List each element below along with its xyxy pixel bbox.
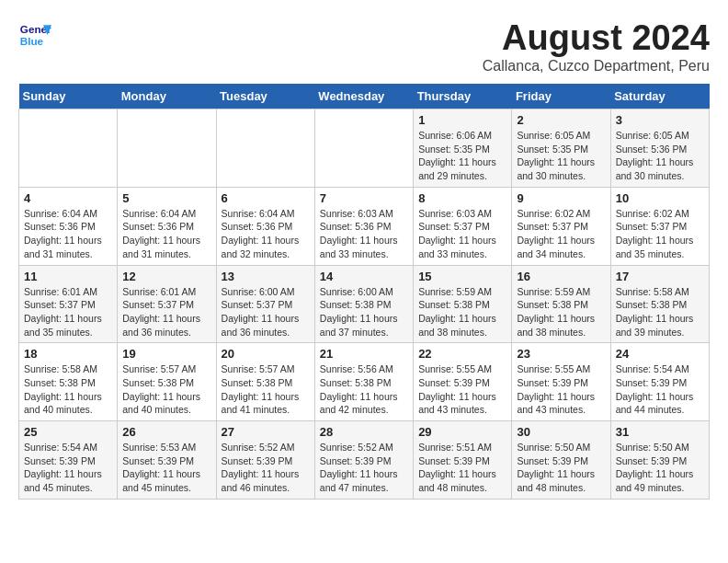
day-info: Sunrise: 5:50 AM Sunset: 5:39 PM Dayligh… <box>616 441 704 495</box>
calendar-cell: 18Sunrise: 5:58 AM Sunset: 5:38 PM Dayli… <box>19 343 118 421</box>
calendar-cell: 31Sunrise: 5:50 AM Sunset: 5:39 PM Dayli… <box>610 421 709 500</box>
week-row-1: 1Sunrise: 6:06 AM Sunset: 5:35 PM Daylig… <box>19 109 710 188</box>
week-row-4: 18Sunrise: 5:58 AM Sunset: 5:38 PM Dayli… <box>19 343 710 421</box>
main-title: August 2024 <box>483 18 710 58</box>
day-number: 6 <box>222 191 310 205</box>
calendar-cell: 4Sunrise: 6:04 AM Sunset: 5:36 PM Daylig… <box>19 187 118 265</box>
calendar-cell: 6Sunrise: 6:04 AM Sunset: 5:36 PM Daylig… <box>216 187 314 265</box>
calendar-cell: 15Sunrise: 5:59 AM Sunset: 5:38 PM Dayli… <box>414 265 512 343</box>
calendar-cell: 2Sunrise: 6:05 AM Sunset: 5:35 PM Daylig… <box>512 109 610 188</box>
day-info: Sunrise: 5:55 AM Sunset: 5:39 PM Dayligh… <box>418 362 506 417</box>
day-number: 18 <box>24 347 112 361</box>
day-number: 8 <box>418 191 506 205</box>
day-info: Sunrise: 6:03 AM Sunset: 5:36 PM Dayligh… <box>320 207 408 261</box>
calendar-cell: 10Sunrise: 6:02 AM Sunset: 5:37 PM Dayli… <box>610 187 709 265</box>
day-info: Sunrise: 6:02 AM Sunset: 5:37 PM Dayligh… <box>517 207 605 261</box>
day-number: 25 <box>24 425 112 439</box>
day-info: Sunrise: 5:59 AM Sunset: 5:38 PM Dayligh… <box>517 285 605 339</box>
header-day-monday: Monday <box>118 84 216 109</box>
day-number: 13 <box>222 270 310 283</box>
day-number: 1 <box>418 113 506 127</box>
calendar-cell: 30Sunrise: 5:50 AM Sunset: 5:39 PM Dayli… <box>512 421 610 500</box>
day-info: Sunrise: 6:04 AM Sunset: 5:36 PM Dayligh… <box>222 207 310 261</box>
day-info: Sunrise: 5:52 AM Sunset: 5:39 PM Dayligh… <box>320 441 408 495</box>
calendar-cell: 12Sunrise: 6:01 AM Sunset: 5:37 PM Dayli… <box>118 265 216 343</box>
week-row-3: 11Sunrise: 6:01 AM Sunset: 5:37 PM Dayli… <box>19 265 710 343</box>
header-day-tuesday: Tuesday <box>216 84 314 109</box>
svg-text:Blue: Blue <box>20 35 44 47</box>
day-info: Sunrise: 6:00 AM Sunset: 5:37 PM Dayligh… <box>222 285 310 339</box>
day-info: Sunrise: 5:53 AM Sunset: 5:39 PM Dayligh… <box>122 441 210 495</box>
header: General Blue August 2024 Callanca, Cuzco… <box>18 18 710 75</box>
calendar-cell <box>216 109 314 188</box>
calendar-cell: 24Sunrise: 5:54 AM Sunset: 5:39 PM Dayli… <box>610 343 709 421</box>
day-info: Sunrise: 5:59 AM Sunset: 5:38 PM Dayligh… <box>418 285 506 339</box>
calendar-cell: 21Sunrise: 5:56 AM Sunset: 5:38 PM Dayli… <box>314 343 413 421</box>
day-info: Sunrise: 5:58 AM Sunset: 5:38 PM Dayligh… <box>616 285 704 339</box>
day-number: 12 <box>122 270 210 283</box>
day-info: Sunrise: 5:56 AM Sunset: 5:38 PM Dayligh… <box>320 362 408 417</box>
day-info: Sunrise: 5:52 AM Sunset: 5:39 PM Dayligh… <box>222 441 310 495</box>
calendar-header-row: SundayMondayTuesdayWednesdayThursdayFrid… <box>19 84 710 109</box>
day-info: Sunrise: 6:01 AM Sunset: 5:37 PM Dayligh… <box>24 285 112 339</box>
calendar-cell: 17Sunrise: 5:58 AM Sunset: 5:38 PM Dayli… <box>610 265 709 343</box>
day-info: Sunrise: 6:05 AM Sunset: 5:35 PM Dayligh… <box>517 129 605 183</box>
day-number: 22 <box>418 347 506 361</box>
week-row-5: 25Sunrise: 5:54 AM Sunset: 5:39 PM Dayli… <box>19 421 710 500</box>
day-number: 21 <box>320 347 408 361</box>
day-number: 17 <box>616 270 704 283</box>
subtitle: Callanca, Cuzco Department, Peru <box>483 58 710 75</box>
day-info: Sunrise: 5:50 AM Sunset: 5:39 PM Dayligh… <box>517 441 605 495</box>
day-number: 7 <box>320 191 408 205</box>
day-number: 4 <box>24 191 112 205</box>
day-info: Sunrise: 6:03 AM Sunset: 5:37 PM Dayligh… <box>418 207 506 261</box>
day-info: Sunrise: 6:01 AM Sunset: 5:37 PM Dayligh… <box>122 285 210 339</box>
calendar-cell: 8Sunrise: 6:03 AM Sunset: 5:37 PM Daylig… <box>414 187 512 265</box>
day-number: 26 <box>122 425 210 439</box>
calendar-cell: 14Sunrise: 6:00 AM Sunset: 5:38 PM Dayli… <box>314 265 413 343</box>
day-number: 14 <box>320 270 408 283</box>
day-number: 9 <box>517 191 605 205</box>
day-info: Sunrise: 6:06 AM Sunset: 5:35 PM Dayligh… <box>418 129 506 183</box>
day-info: Sunrise: 5:54 AM Sunset: 5:39 PM Dayligh… <box>616 362 704 417</box>
day-info: Sunrise: 6:00 AM Sunset: 5:38 PM Dayligh… <box>320 285 408 339</box>
calendar-cell <box>118 109 216 188</box>
day-info: Sunrise: 6:02 AM Sunset: 5:37 PM Dayligh… <box>616 207 704 261</box>
day-number: 3 <box>616 113 704 127</box>
day-info: Sunrise: 5:54 AM Sunset: 5:39 PM Dayligh… <box>24 441 112 495</box>
day-info: Sunrise: 5:51 AM Sunset: 5:39 PM Dayligh… <box>418 441 506 495</box>
day-info: Sunrise: 5:55 AM Sunset: 5:39 PM Dayligh… <box>517 362 605 417</box>
day-info: Sunrise: 6:04 AM Sunset: 5:36 PM Dayligh… <box>122 207 210 261</box>
day-info: Sunrise: 5:57 AM Sunset: 5:38 PM Dayligh… <box>122 362 210 417</box>
logo-icon: General Blue <box>18 18 51 52</box>
header-day-sunday: Sunday <box>19 84 118 109</box>
day-number: 15 <box>418 270 506 283</box>
day-number: 30 <box>517 425 605 439</box>
day-number: 31 <box>616 425 704 439</box>
header-day-wednesday: Wednesday <box>314 84 413 109</box>
day-number: 20 <box>222 347 310 361</box>
day-number: 19 <box>122 347 210 361</box>
calendar-cell <box>19 109 118 188</box>
day-number: 27 <box>222 425 310 439</box>
calendar-cell: 1Sunrise: 6:06 AM Sunset: 5:35 PM Daylig… <box>414 109 512 188</box>
day-number: 29 <box>418 425 506 439</box>
week-row-2: 4Sunrise: 6:04 AM Sunset: 5:36 PM Daylig… <box>19 187 710 265</box>
day-info: Sunrise: 5:58 AM Sunset: 5:38 PM Dayligh… <box>24 362 112 417</box>
calendar-cell: 23Sunrise: 5:55 AM Sunset: 5:39 PM Dayli… <box>512 343 610 421</box>
day-number: 23 <box>517 347 605 361</box>
calendar-cell: 5Sunrise: 6:04 AM Sunset: 5:36 PM Daylig… <box>118 187 216 265</box>
calendar-cell: 19Sunrise: 5:57 AM Sunset: 5:38 PM Dayli… <box>118 343 216 421</box>
calendar-cell: 29Sunrise: 5:51 AM Sunset: 5:39 PM Dayli… <box>414 421 512 500</box>
day-info: Sunrise: 5:57 AM Sunset: 5:38 PM Dayligh… <box>222 362 310 417</box>
calendar-cell: 13Sunrise: 6:00 AM Sunset: 5:37 PM Dayli… <box>216 265 314 343</box>
day-number: 16 <box>517 270 605 283</box>
day-info: Sunrise: 6:04 AM Sunset: 5:36 PM Dayligh… <box>24 207 112 261</box>
day-number: 24 <box>616 347 704 361</box>
day-number: 11 <box>24 270 112 283</box>
calendar-cell: 26Sunrise: 5:53 AM Sunset: 5:39 PM Dayli… <box>118 421 216 500</box>
calendar-cell: 20Sunrise: 5:57 AM Sunset: 5:38 PM Dayli… <box>216 343 314 421</box>
calendar-cell: 3Sunrise: 6:05 AM Sunset: 5:36 PM Daylig… <box>610 109 709 188</box>
header-day-saturday: Saturday <box>610 84 709 109</box>
day-number: 2 <box>517 113 605 127</box>
